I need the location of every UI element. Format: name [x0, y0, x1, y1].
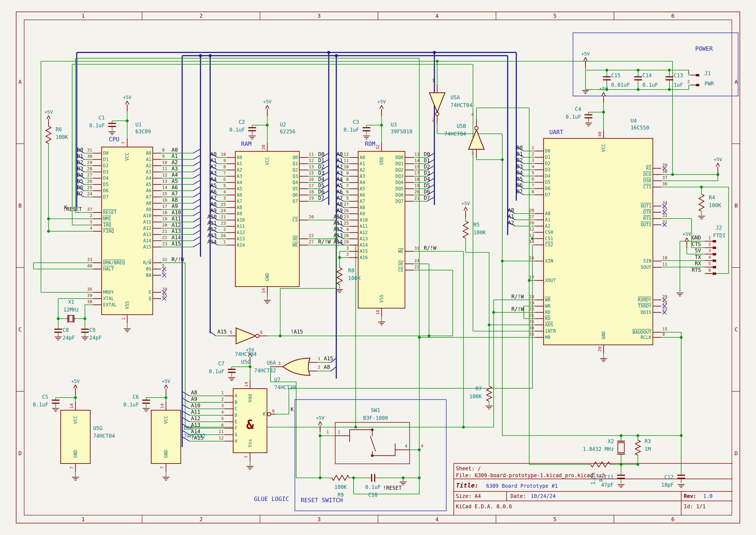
- pin-name-u4[interactable]: OUT1: [640, 204, 651, 209]
- pin-name-u3[interactable]: A0: [360, 155, 365, 160]
- net-label[interactable]: D1: [318, 158, 324, 163]
- bus-entry[interactable]: [193, 218, 201, 222]
- j2-pin-number[interactable]: 2: [708, 242, 711, 246]
- net-label[interactable]: A9: [172, 204, 178, 209]
- net-label[interactable]: A2: [508, 220, 514, 225]
- pin-number[interactable]: 8: [531, 189, 534, 194]
- net-label[interactable]: A2: [210, 164, 217, 169]
- pin-name-u3[interactable]: CE: [398, 268, 404, 272]
- pin-name-u4[interactable]: OUT2: [640, 223, 651, 227]
- pin-number[interactable]: 40: [598, 131, 602, 137]
- pin-name-u4[interactable]: DDIS: [640, 310, 651, 315]
- pin-number[interactable]: 33: [87, 257, 92, 262]
- pin-number[interactable]: 16: [529, 256, 534, 260]
- net-label[interactable]: D2: [77, 160, 83, 165]
- pin-number[interactable]: 32: [375, 145, 380, 150]
- j2-pin-number[interactable]: 3: [708, 248, 711, 253]
- pin-number[interactable]: 3: [223, 196, 226, 200]
- net-label-k[interactable]: K: [291, 407, 294, 412]
- pin-name-u2[interactable]: Q0: [292, 155, 298, 160]
- ref-value-label[interactable]: 0.1uF: [566, 114, 581, 120]
- power-flag-5v[interactable]: [266, 105, 267, 109]
- ref-value-label[interactable]: C14: [642, 73, 652, 78]
- pin-name-u4[interactable]: TXRDY: [638, 304, 651, 308]
- ref-value-label[interactable]: R5: [473, 222, 480, 227]
- pin-name-u2[interactable]: Q6: [292, 193, 298, 197]
- pin-name-u4[interactable]: ADS: [545, 323, 553, 327]
- reset-button[interactable]: [370, 436, 375, 451]
- pin-number[interactable]: 5: [346, 196, 349, 200]
- pin-number[interactable]: 27: [344, 202, 349, 207]
- pin-number[interactable]: 17: [162, 204, 167, 209]
- pin-number[interactable]: 20: [309, 215, 314, 219]
- pin-name-u1[interactable]: D3: [103, 170, 108, 174]
- ref-value-label[interactable]: 74HCT04: [444, 131, 466, 137]
- pin-name-u2[interactable]: A4: [237, 180, 242, 185]
- net-label[interactable]: A9: [191, 397, 197, 402]
- bus-entry[interactable]: [193, 224, 201, 228]
- power-flag-5v[interactable]: [380, 105, 382, 109]
- pin-name-u3[interactable]: A6: [360, 193, 365, 197]
- net-label[interactable]: D6: [424, 189, 430, 194]
- j2-pin-net[interactable]: GND: [692, 235, 701, 240]
- ref-value-label[interactable]: R9: [338, 492, 344, 497]
- net-label[interactable]: A1: [210, 158, 217, 163]
- pin-number[interactable]: 10: [344, 165, 349, 169]
- net-label[interactable]: D6: [77, 185, 83, 190]
- pin-name-u3[interactable]: DQ7: [395, 199, 404, 204]
- ref-value-label[interactable]: 74HCT04: [450, 103, 472, 108]
- pin-name-u2[interactable]: Q7: [292, 199, 298, 204]
- pin-number[interactable]: 35: [529, 332, 534, 336]
- ref-value-label[interactable]: U5A: [450, 95, 460, 100]
- pin-number[interactable]: 8: [346, 177, 349, 182]
- pin-number[interactable]: 14: [414, 158, 419, 163]
- pin-name-u1[interactable]: A6: [146, 188, 151, 193]
- pin-number[interactable]: 30: [87, 154, 92, 158]
- ref-value-label[interactable]: U7: [274, 377, 281, 382]
- ref-value-label[interactable]: 100K: [469, 394, 482, 399]
- pin-name-u2[interactable]: A3: [237, 174, 242, 179]
- or-gate-u6a[interactable]: [283, 358, 310, 375]
- net-label[interactable]: A8: [172, 197, 178, 203]
- pin-number[interactable]: 27: [529, 214, 534, 219]
- pin-name-u1[interactable]: A3: [146, 170, 151, 174]
- pin-number[interactable]: 9: [662, 332, 665, 336]
- pin-number[interactable]: 2: [223, 227, 226, 232]
- pin-number[interactable]: 13: [414, 152, 419, 156]
- ref-value-label[interactable]: U5C: [241, 359, 250, 365]
- pin-name-u7[interactable]: H: [234, 439, 237, 443]
- pin-name-u1[interactable]: A4: [146, 176, 151, 181]
- pin-name-u3[interactable]: A2: [360, 168, 365, 172]
- ref-value-label[interactable]: J2: [716, 225, 722, 230]
- pin-number[interactable]: 7: [531, 183, 534, 187]
- net-label[interactable]: A6: [172, 185, 178, 190]
- pin-name-u7[interactable]: C: [234, 407, 237, 411]
- pin-name-u3[interactable]: A5: [360, 186, 365, 191]
- power-flag-5v[interactable]: [47, 116, 48, 119]
- net-label[interactable]: A0: [337, 152, 343, 157]
- pin-number[interactable]: 25: [529, 320, 534, 324]
- pin-number[interactable]: 21: [414, 196, 419, 200]
- pin-number[interactable]: 25: [221, 202, 226, 207]
- net-label[interactable]: A0: [210, 152, 217, 157]
- pin-name-u3[interactable]: A3: [360, 174, 365, 179]
- pin-name-u4[interactable]: CTS: [643, 185, 651, 189]
- pin-name-u1[interactable]: D7: [103, 195, 108, 199]
- pin-name-u7[interactable]: D: [234, 413, 237, 418]
- ref-value-label[interactable]: 100K: [56, 135, 68, 140]
- pin-name-u1[interactable]: D4: [103, 176, 108, 181]
- ref-value-label[interactable]: 63C09: [135, 129, 151, 134]
- pin-name-u1[interactable]: A8: [146, 201, 151, 206]
- net-label[interactable]: A6: [210, 189, 217, 194]
- pin-name-u4[interactable]: BAUDOUT: [632, 330, 651, 335]
- ref-value-label[interactable]: U3: [391, 122, 397, 127]
- power-flag-5v[interactable]: [320, 422, 322, 425]
- pin-number[interactable]: 25: [344, 221, 349, 225]
- pin-number[interactable]: 13: [162, 179, 167, 183]
- pin-name-u1[interactable]: E: [148, 290, 151, 295]
- bus-entry[interactable]: [193, 237, 201, 241]
- pin-number[interactable]: 7: [121, 142, 125, 144]
- inverter-u5c[interactable]: [236, 328, 256, 344]
- pin-number[interactable]: 1: [223, 240, 226, 244]
- pin-number[interactable]: 20: [414, 190, 419, 194]
